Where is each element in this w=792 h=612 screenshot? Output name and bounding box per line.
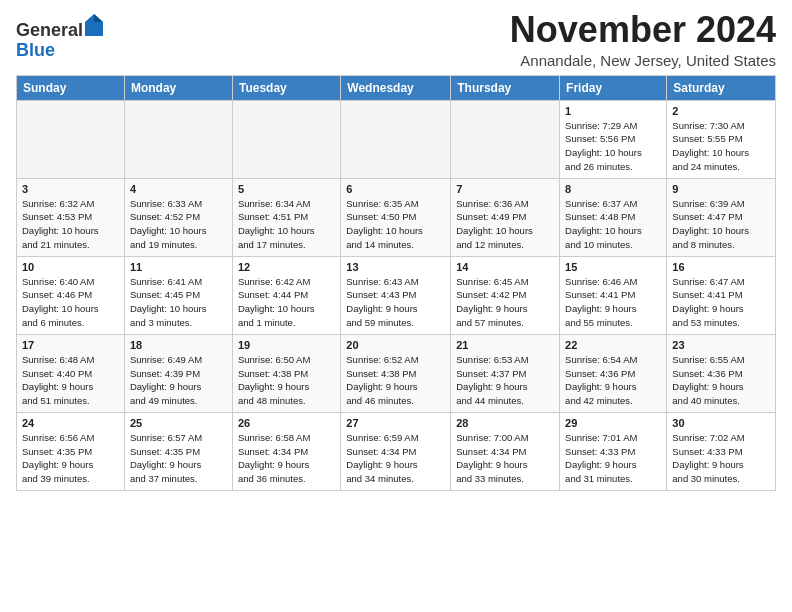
day-info: Sunrise: 6:35 AM Sunset: 4:50 PM Dayligh… bbox=[346, 197, 445, 252]
logo-text: General Blue bbox=[16, 14, 103, 61]
day-info: Sunrise: 6:49 AM Sunset: 4:39 PM Dayligh… bbox=[130, 353, 227, 408]
weekday-header: Wednesday bbox=[341, 75, 451, 100]
calendar-day-cell: 10Sunrise: 6:40 AM Sunset: 4:46 PM Dayli… bbox=[17, 256, 125, 334]
header: General Blue November 2024 Annandale, Ne… bbox=[16, 10, 776, 69]
day-number: 16 bbox=[672, 261, 770, 273]
calendar-day-cell bbox=[17, 100, 125, 178]
day-info: Sunrise: 6:55 AM Sunset: 4:36 PM Dayligh… bbox=[672, 353, 770, 408]
calendar-week-row: 17Sunrise: 6:48 AM Sunset: 4:40 PM Dayli… bbox=[17, 334, 776, 412]
day-number: 26 bbox=[238, 417, 335, 429]
calendar-day-cell bbox=[232, 100, 340, 178]
day-info: Sunrise: 6:39 AM Sunset: 4:47 PM Dayligh… bbox=[672, 197, 770, 252]
calendar-day-cell: 20Sunrise: 6:52 AM Sunset: 4:38 PM Dayli… bbox=[341, 334, 451, 412]
calendar-day-cell: 9Sunrise: 6:39 AM Sunset: 4:47 PM Daylig… bbox=[667, 178, 776, 256]
day-number: 30 bbox=[672, 417, 770, 429]
weekday-header: Friday bbox=[560, 75, 667, 100]
calendar-day-cell: 25Sunrise: 6:57 AM Sunset: 4:35 PM Dayli… bbox=[124, 412, 232, 490]
day-info: Sunrise: 6:43 AM Sunset: 4:43 PM Dayligh… bbox=[346, 275, 445, 330]
weekday-header: Thursday bbox=[451, 75, 560, 100]
day-number: 24 bbox=[22, 417, 119, 429]
logo-blue: Blue bbox=[16, 40, 55, 60]
calendar-header-row: SundayMondayTuesdayWednesdayThursdayFrid… bbox=[17, 75, 776, 100]
day-info: Sunrise: 6:56 AM Sunset: 4:35 PM Dayligh… bbox=[22, 431, 119, 486]
calendar-day-cell: 29Sunrise: 7:01 AM Sunset: 4:33 PM Dayli… bbox=[560, 412, 667, 490]
title-block: November 2024 Annandale, New Jersey, Uni… bbox=[510, 10, 776, 69]
day-info: Sunrise: 6:33 AM Sunset: 4:52 PM Dayligh… bbox=[130, 197, 227, 252]
day-number: 10 bbox=[22, 261, 119, 273]
calendar-day-cell: 6Sunrise: 6:35 AM Sunset: 4:50 PM Daylig… bbox=[341, 178, 451, 256]
calendar-week-row: 3Sunrise: 6:32 AM Sunset: 4:53 PM Daylig… bbox=[17, 178, 776, 256]
day-info: Sunrise: 6:32 AM Sunset: 4:53 PM Dayligh… bbox=[22, 197, 119, 252]
day-info: Sunrise: 6:41 AM Sunset: 4:45 PM Dayligh… bbox=[130, 275, 227, 330]
calendar-day-cell: 27Sunrise: 6:59 AM Sunset: 4:34 PM Dayli… bbox=[341, 412, 451, 490]
calendar-day-cell: 5Sunrise: 6:34 AM Sunset: 4:51 PM Daylig… bbox=[232, 178, 340, 256]
calendar-week-row: 10Sunrise: 6:40 AM Sunset: 4:46 PM Dayli… bbox=[17, 256, 776, 334]
calendar-day-cell: 8Sunrise: 6:37 AM Sunset: 4:48 PM Daylig… bbox=[560, 178, 667, 256]
day-number: 8 bbox=[565, 183, 661, 195]
day-info: Sunrise: 6:47 AM Sunset: 4:41 PM Dayligh… bbox=[672, 275, 770, 330]
day-info: Sunrise: 6:37 AM Sunset: 4:48 PM Dayligh… bbox=[565, 197, 661, 252]
day-number: 19 bbox=[238, 339, 335, 351]
calendar-day-cell: 16Sunrise: 6:47 AM Sunset: 4:41 PM Dayli… bbox=[667, 256, 776, 334]
calendar-table: SundayMondayTuesdayWednesdayThursdayFrid… bbox=[16, 75, 776, 491]
calendar-day-cell: 18Sunrise: 6:49 AM Sunset: 4:39 PM Dayli… bbox=[124, 334, 232, 412]
day-info: Sunrise: 6:34 AM Sunset: 4:51 PM Dayligh… bbox=[238, 197, 335, 252]
calendar-day-cell bbox=[341, 100, 451, 178]
calendar-day-cell: 15Sunrise: 6:46 AM Sunset: 4:41 PM Dayli… bbox=[560, 256, 667, 334]
day-number: 23 bbox=[672, 339, 770, 351]
day-number: 22 bbox=[565, 339, 661, 351]
calendar-day-cell: 30Sunrise: 7:02 AM Sunset: 4:33 PM Dayli… bbox=[667, 412, 776, 490]
calendar-day-cell: 3Sunrise: 6:32 AM Sunset: 4:53 PM Daylig… bbox=[17, 178, 125, 256]
calendar-day-cell: 26Sunrise: 6:58 AM Sunset: 4:34 PM Dayli… bbox=[232, 412, 340, 490]
day-info: Sunrise: 6:50 AM Sunset: 4:38 PM Dayligh… bbox=[238, 353, 335, 408]
day-info: Sunrise: 7:02 AM Sunset: 4:33 PM Dayligh… bbox=[672, 431, 770, 486]
calendar-day-cell: 1Sunrise: 7:29 AM Sunset: 5:56 PM Daylig… bbox=[560, 100, 667, 178]
calendar-day-cell bbox=[124, 100, 232, 178]
svg-marker-1 bbox=[94, 14, 103, 22]
day-number: 6 bbox=[346, 183, 445, 195]
day-info: Sunrise: 6:40 AM Sunset: 4:46 PM Dayligh… bbox=[22, 275, 119, 330]
day-number: 14 bbox=[456, 261, 554, 273]
day-info: Sunrise: 7:00 AM Sunset: 4:34 PM Dayligh… bbox=[456, 431, 554, 486]
calendar-day-cell: 14Sunrise: 6:45 AM Sunset: 4:42 PM Dayli… bbox=[451, 256, 560, 334]
day-number: 29 bbox=[565, 417, 661, 429]
calendar-day-cell: 23Sunrise: 6:55 AM Sunset: 4:36 PM Dayli… bbox=[667, 334, 776, 412]
day-number: 5 bbox=[238, 183, 335, 195]
day-info: Sunrise: 6:54 AM Sunset: 4:36 PM Dayligh… bbox=[565, 353, 661, 408]
day-number: 4 bbox=[130, 183, 227, 195]
day-number: 25 bbox=[130, 417, 227, 429]
calendar-day-cell: 7Sunrise: 6:36 AM Sunset: 4:49 PM Daylig… bbox=[451, 178, 560, 256]
weekday-header: Saturday bbox=[667, 75, 776, 100]
day-number: 20 bbox=[346, 339, 445, 351]
weekday-header: Monday bbox=[124, 75, 232, 100]
day-number: 15 bbox=[565, 261, 661, 273]
day-info: Sunrise: 7:30 AM Sunset: 5:55 PM Dayligh… bbox=[672, 119, 770, 174]
calendar-day-cell: 19Sunrise: 6:50 AM Sunset: 4:38 PM Dayli… bbox=[232, 334, 340, 412]
calendar-day-cell: 21Sunrise: 6:53 AM Sunset: 4:37 PM Dayli… bbox=[451, 334, 560, 412]
day-info: Sunrise: 6:36 AM Sunset: 4:49 PM Dayligh… bbox=[456, 197, 554, 252]
logo: General Blue bbox=[16, 14, 103, 61]
calendar-day-cell: 4Sunrise: 6:33 AM Sunset: 4:52 PM Daylig… bbox=[124, 178, 232, 256]
calendar-day-cell: 17Sunrise: 6:48 AM Sunset: 4:40 PM Dayli… bbox=[17, 334, 125, 412]
day-number: 12 bbox=[238, 261, 335, 273]
day-number: 1 bbox=[565, 105, 661, 117]
day-info: Sunrise: 6:45 AM Sunset: 4:42 PM Dayligh… bbox=[456, 275, 554, 330]
calendar-day-cell: 24Sunrise: 6:56 AM Sunset: 4:35 PM Dayli… bbox=[17, 412, 125, 490]
calendar-day-cell bbox=[451, 100, 560, 178]
calendar-week-row: 24Sunrise: 6:56 AM Sunset: 4:35 PM Dayli… bbox=[17, 412, 776, 490]
day-info: Sunrise: 6:53 AM Sunset: 4:37 PM Dayligh… bbox=[456, 353, 554, 408]
calendar-day-cell: 2Sunrise: 7:30 AM Sunset: 5:55 PM Daylig… bbox=[667, 100, 776, 178]
day-number: 27 bbox=[346, 417, 445, 429]
page: General Blue November 2024 Annandale, Ne… bbox=[0, 0, 792, 501]
month-title: November 2024 bbox=[510, 10, 776, 50]
calendar-day-cell: 13Sunrise: 6:43 AM Sunset: 4:43 PM Dayli… bbox=[341, 256, 451, 334]
day-info: Sunrise: 6:57 AM Sunset: 4:35 PM Dayligh… bbox=[130, 431, 227, 486]
day-number: 9 bbox=[672, 183, 770, 195]
day-info: Sunrise: 6:52 AM Sunset: 4:38 PM Dayligh… bbox=[346, 353, 445, 408]
day-number: 21 bbox=[456, 339, 554, 351]
day-info: Sunrise: 6:58 AM Sunset: 4:34 PM Dayligh… bbox=[238, 431, 335, 486]
calendar-week-row: 1Sunrise: 7:29 AM Sunset: 5:56 PM Daylig… bbox=[17, 100, 776, 178]
calendar-day-cell: 11Sunrise: 6:41 AM Sunset: 4:45 PM Dayli… bbox=[124, 256, 232, 334]
day-number: 2 bbox=[672, 105, 770, 117]
day-number: 28 bbox=[456, 417, 554, 429]
